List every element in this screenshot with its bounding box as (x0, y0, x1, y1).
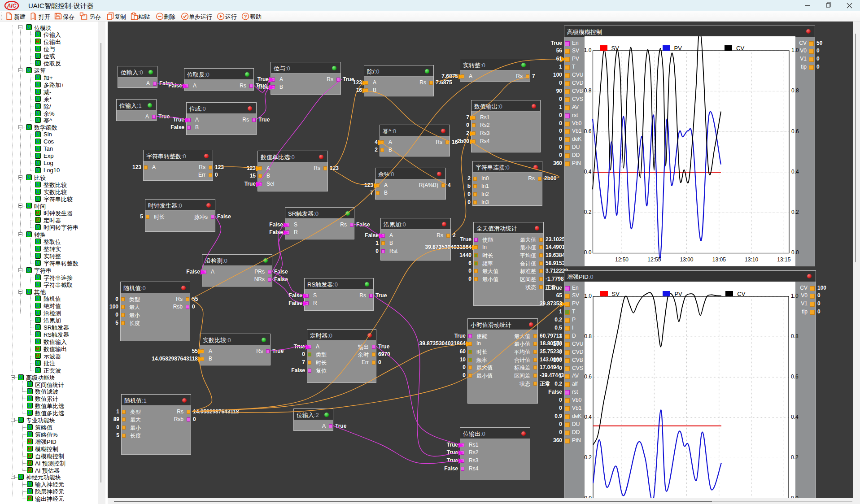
svg-text:AIC: AIC (7, 3, 17, 9)
svg-text:?: ? (244, 13, 247, 19)
